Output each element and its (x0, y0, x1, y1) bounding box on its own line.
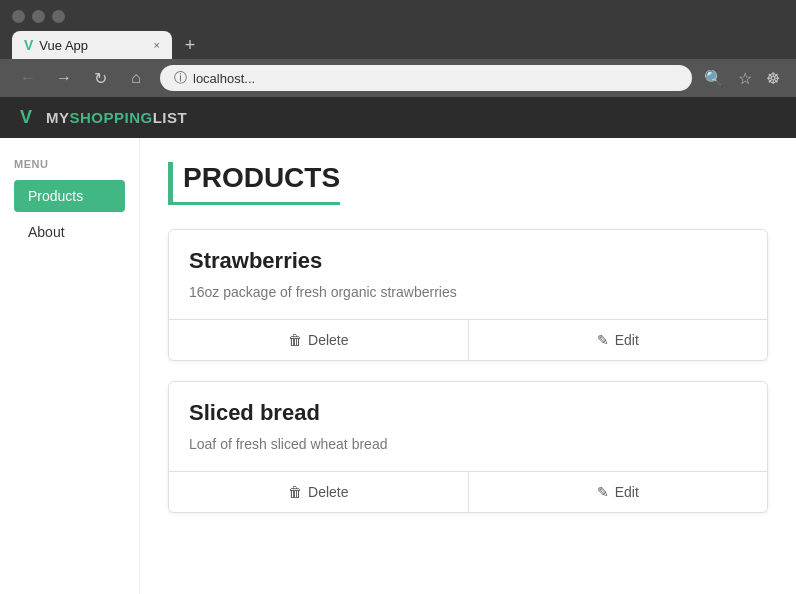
delete-button[interactable]: 🗑 Delete (169, 472, 469, 512)
traffic-lights (12, 10, 784, 23)
product-name: Sliced bread (189, 400, 747, 426)
address-input[interactable]: ⓘ localhost... (160, 65, 692, 91)
address-info-icon: ⓘ (174, 69, 187, 87)
product-card-actions: 🗑 Delete ✎ Edit (169, 471, 767, 512)
refresh-button[interactable]: ↻ (88, 66, 112, 90)
trash-icon: 🗑 (288, 484, 302, 500)
delete-button[interactable]: 🗑 Delete (169, 320, 469, 360)
browser-tab[interactable]: V Vue App × (12, 31, 172, 59)
traffic-light-maximize[interactable] (52, 10, 65, 23)
back-button[interactable]: ← (16, 66, 40, 90)
product-card: Sliced bread Loaf of fresh sliced wheat … (168, 381, 768, 513)
product-card-body: Strawberries 16oz package of fresh organ… (169, 230, 767, 319)
zoom-button[interactable]: 🔍 (704, 69, 724, 88)
edit-icon: ✎ (597, 332, 609, 348)
forward-button[interactable]: → (52, 66, 76, 90)
product-card-actions: 🗑 Delete ✎ Edit (169, 319, 767, 360)
product-card: Strawberries 16oz package of fresh organ… (168, 229, 768, 361)
edit-button[interactable]: ✎ Edit (469, 320, 768, 360)
home-button[interactable]: ⌂ (124, 66, 148, 90)
product-description: Loaf of fresh sliced wheat bread (189, 434, 747, 455)
product-card-body: Sliced bread Loaf of fresh sliced wheat … (169, 382, 767, 471)
tab-bar: V Vue App × + (12, 31, 784, 59)
address-bar: ← → ↻ ⌂ ⓘ localhost... 🔍 ☆ ☸ (0, 59, 796, 97)
traffic-light-close[interactable] (12, 10, 25, 23)
edit-label: Edit (615, 332, 639, 348)
main-content: PRODUCTS Strawberries 16oz package of fr… (140, 138, 796, 594)
browser-actions: 🔍 ☆ ☸ (704, 69, 780, 88)
sidebar-item-about[interactable]: About (14, 216, 125, 248)
edit-icon: ✎ (597, 484, 609, 500)
vue-logo: V (20, 107, 32, 128)
app-body: MENU Products About PRODUCTS Strawberrie… (0, 138, 796, 594)
app-header: V MYSHOPPINGLIST (0, 97, 796, 138)
tab-close-icon[interactable]: × (154, 39, 160, 51)
browser-chrome: V Vue App × + (0, 0, 796, 59)
product-name: Strawberries (189, 248, 747, 274)
address-text: localhost... (193, 71, 678, 86)
tab-favicon-icon: V (24, 37, 33, 53)
edit-button[interactable]: ✎ Edit (469, 472, 768, 512)
page-title: PRODUCTS (168, 162, 340, 205)
edit-label: Edit (615, 484, 639, 500)
reading-list-button[interactable]: ☸ (766, 69, 780, 88)
product-description: 16oz package of fresh organic strawberri… (189, 282, 747, 303)
trash-icon: 🗑 (288, 332, 302, 348)
sidebar-item-products[interactable]: Products (14, 180, 125, 212)
menu-label: MENU (14, 158, 125, 170)
tab-title: Vue App (39, 38, 88, 53)
sidebar: MENU Products About (0, 138, 140, 594)
new-tab-button[interactable]: + (176, 31, 204, 59)
delete-label: Delete (308, 484, 348, 500)
app-title: MYSHOPPINGLIST (46, 109, 187, 126)
delete-label: Delete (308, 332, 348, 348)
bookmark-button[interactable]: ☆ (738, 69, 752, 88)
traffic-light-minimize[interactable] (32, 10, 45, 23)
